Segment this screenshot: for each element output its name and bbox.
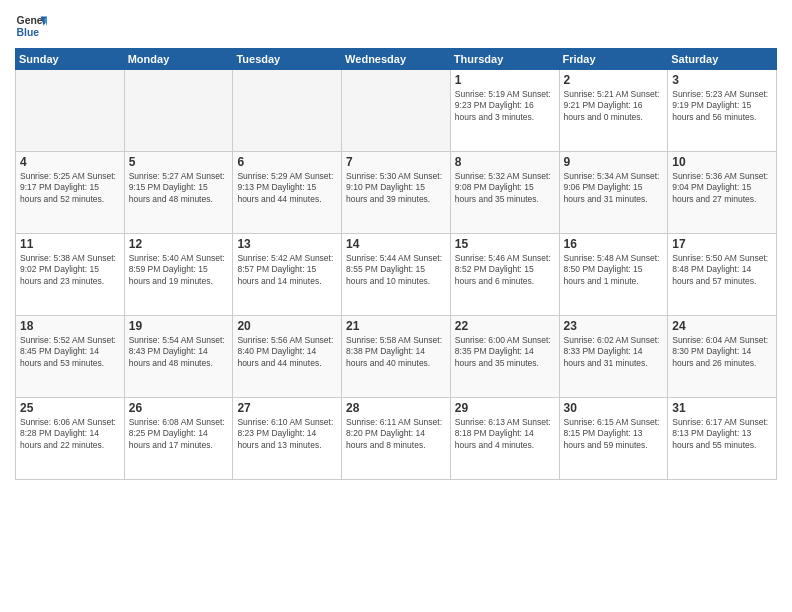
weekday-header-friday: Friday	[559, 49, 668, 70]
day-number: 21	[346, 319, 446, 333]
day-info: Sunrise: 5:54 AM Sunset: 8:43 PM Dayligh…	[129, 335, 229, 369]
calendar-cell: 21Sunrise: 5:58 AM Sunset: 8:38 PM Dayli…	[342, 316, 451, 398]
day-number: 23	[564, 319, 664, 333]
day-info: Sunrise: 5:23 AM Sunset: 9:19 PM Dayligh…	[672, 89, 772, 123]
day-info: Sunrise: 5:27 AM Sunset: 9:15 PM Dayligh…	[129, 171, 229, 205]
day-info: Sunrise: 6:13 AM Sunset: 8:18 PM Dayligh…	[455, 417, 555, 451]
day-number: 3	[672, 73, 772, 87]
day-number: 31	[672, 401, 772, 415]
page: General Blue SundayMondayTuesdayWednesda…	[0, 0, 792, 612]
day-info: Sunrise: 5:36 AM Sunset: 9:04 PM Dayligh…	[672, 171, 772, 205]
logo: General Blue	[15, 10, 47, 42]
day-info: Sunrise: 5:56 AM Sunset: 8:40 PM Dayligh…	[237, 335, 337, 369]
day-info: Sunrise: 5:46 AM Sunset: 8:52 PM Dayligh…	[455, 253, 555, 287]
calendar-cell: 6Sunrise: 5:29 AM Sunset: 9:13 PM Daylig…	[233, 152, 342, 234]
day-number: 11	[20, 237, 120, 251]
calendar-cell: 25Sunrise: 6:06 AM Sunset: 8:28 PM Dayli…	[16, 398, 125, 480]
day-info: Sunrise: 6:04 AM Sunset: 8:30 PM Dayligh…	[672, 335, 772, 369]
day-number: 2	[564, 73, 664, 87]
day-info: Sunrise: 5:52 AM Sunset: 8:45 PM Dayligh…	[20, 335, 120, 369]
day-number: 5	[129, 155, 229, 169]
day-number: 12	[129, 237, 229, 251]
day-number: 8	[455, 155, 555, 169]
calendar-cell: 17Sunrise: 5:50 AM Sunset: 8:48 PM Dayli…	[668, 234, 777, 316]
weekday-header-thursday: Thursday	[450, 49, 559, 70]
calendar-cell: 16Sunrise: 5:48 AM Sunset: 8:50 PM Dayli…	[559, 234, 668, 316]
logo-icon: General Blue	[15, 10, 47, 42]
calendar-cell	[342, 70, 451, 152]
day-number: 7	[346, 155, 446, 169]
day-info: Sunrise: 5:32 AM Sunset: 9:08 PM Dayligh…	[455, 171, 555, 205]
day-number: 30	[564, 401, 664, 415]
weekday-header-saturday: Saturday	[668, 49, 777, 70]
day-number: 25	[20, 401, 120, 415]
calendar-cell: 7Sunrise: 5:30 AM Sunset: 9:10 PM Daylig…	[342, 152, 451, 234]
day-info: Sunrise: 5:48 AM Sunset: 8:50 PM Dayligh…	[564, 253, 664, 287]
day-info: Sunrise: 6:00 AM Sunset: 8:35 PM Dayligh…	[455, 335, 555, 369]
weekday-header-tuesday: Tuesday	[233, 49, 342, 70]
calendar-cell	[16, 70, 125, 152]
day-info: Sunrise: 5:58 AM Sunset: 8:38 PM Dayligh…	[346, 335, 446, 369]
day-info: Sunrise: 6:06 AM Sunset: 8:28 PM Dayligh…	[20, 417, 120, 451]
day-info: Sunrise: 5:25 AM Sunset: 9:17 PM Dayligh…	[20, 171, 120, 205]
header: General Blue	[15, 10, 777, 42]
calendar-cell: 11Sunrise: 5:38 AM Sunset: 9:02 PM Dayli…	[16, 234, 125, 316]
calendar-cell: 20Sunrise: 5:56 AM Sunset: 8:40 PM Dayli…	[233, 316, 342, 398]
calendar-cell: 10Sunrise: 5:36 AM Sunset: 9:04 PM Dayli…	[668, 152, 777, 234]
day-number: 24	[672, 319, 772, 333]
day-info: Sunrise: 5:21 AM Sunset: 9:21 PM Dayligh…	[564, 89, 664, 123]
day-number: 15	[455, 237, 555, 251]
day-info: Sunrise: 5:30 AM Sunset: 9:10 PM Dayligh…	[346, 171, 446, 205]
calendar-cell: 23Sunrise: 6:02 AM Sunset: 8:33 PM Dayli…	[559, 316, 668, 398]
day-info: Sunrise: 6:08 AM Sunset: 8:25 PM Dayligh…	[129, 417, 229, 451]
day-number: 6	[237, 155, 337, 169]
day-number: 9	[564, 155, 664, 169]
day-number: 16	[564, 237, 664, 251]
calendar-cell: 4Sunrise: 5:25 AM Sunset: 9:17 PM Daylig…	[16, 152, 125, 234]
week-row-4: 18Sunrise: 5:52 AM Sunset: 8:45 PM Dayli…	[16, 316, 777, 398]
calendar-cell: 31Sunrise: 6:17 AM Sunset: 8:13 PM Dayli…	[668, 398, 777, 480]
week-row-5: 25Sunrise: 6:06 AM Sunset: 8:28 PM Dayli…	[16, 398, 777, 480]
day-number: 27	[237, 401, 337, 415]
calendar-cell: 3Sunrise: 5:23 AM Sunset: 9:19 PM Daylig…	[668, 70, 777, 152]
day-info: Sunrise: 5:50 AM Sunset: 8:48 PM Dayligh…	[672, 253, 772, 287]
day-info: Sunrise: 5:29 AM Sunset: 9:13 PM Dayligh…	[237, 171, 337, 205]
day-number: 17	[672, 237, 772, 251]
calendar-cell: 18Sunrise: 5:52 AM Sunset: 8:45 PM Dayli…	[16, 316, 125, 398]
day-number: 18	[20, 319, 120, 333]
weekday-header-wednesday: Wednesday	[342, 49, 451, 70]
calendar-cell: 12Sunrise: 5:40 AM Sunset: 8:59 PM Dayli…	[124, 234, 233, 316]
day-info: Sunrise: 5:38 AM Sunset: 9:02 PM Dayligh…	[20, 253, 120, 287]
week-row-1: 1Sunrise: 5:19 AM Sunset: 9:23 PM Daylig…	[16, 70, 777, 152]
svg-text:Blue: Blue	[17, 27, 40, 38]
calendar-cell: 14Sunrise: 5:44 AM Sunset: 8:55 PM Dayli…	[342, 234, 451, 316]
calendar-cell: 8Sunrise: 5:32 AM Sunset: 9:08 PM Daylig…	[450, 152, 559, 234]
week-row-2: 4Sunrise: 5:25 AM Sunset: 9:17 PM Daylig…	[16, 152, 777, 234]
calendar-cell: 5Sunrise: 5:27 AM Sunset: 9:15 PM Daylig…	[124, 152, 233, 234]
weekday-header-sunday: Sunday	[16, 49, 125, 70]
day-number: 20	[237, 319, 337, 333]
day-info: Sunrise: 5:42 AM Sunset: 8:57 PM Dayligh…	[237, 253, 337, 287]
calendar-cell: 27Sunrise: 6:10 AM Sunset: 8:23 PM Dayli…	[233, 398, 342, 480]
calendar-cell: 2Sunrise: 5:21 AM Sunset: 9:21 PM Daylig…	[559, 70, 668, 152]
calendar-cell: 26Sunrise: 6:08 AM Sunset: 8:25 PM Dayli…	[124, 398, 233, 480]
day-number: 10	[672, 155, 772, 169]
day-number: 26	[129, 401, 229, 415]
day-info: Sunrise: 6:15 AM Sunset: 8:15 PM Dayligh…	[564, 417, 664, 451]
calendar-cell: 24Sunrise: 6:04 AM Sunset: 8:30 PM Dayli…	[668, 316, 777, 398]
day-number: 13	[237, 237, 337, 251]
calendar: SundayMondayTuesdayWednesdayThursdayFrid…	[15, 48, 777, 480]
calendar-cell	[233, 70, 342, 152]
calendar-cell: 29Sunrise: 6:13 AM Sunset: 8:18 PM Dayli…	[450, 398, 559, 480]
day-info: Sunrise: 6:17 AM Sunset: 8:13 PM Dayligh…	[672, 417, 772, 451]
day-info: Sunrise: 5:40 AM Sunset: 8:59 PM Dayligh…	[129, 253, 229, 287]
calendar-cell: 19Sunrise: 5:54 AM Sunset: 8:43 PM Dayli…	[124, 316, 233, 398]
day-info: Sunrise: 6:11 AM Sunset: 8:20 PM Dayligh…	[346, 417, 446, 451]
weekday-header-row: SundayMondayTuesdayWednesdayThursdayFrid…	[16, 49, 777, 70]
day-number: 29	[455, 401, 555, 415]
calendar-cell: 9Sunrise: 5:34 AM Sunset: 9:06 PM Daylig…	[559, 152, 668, 234]
day-number: 22	[455, 319, 555, 333]
day-info: Sunrise: 6:02 AM Sunset: 8:33 PM Dayligh…	[564, 335, 664, 369]
calendar-cell: 1Sunrise: 5:19 AM Sunset: 9:23 PM Daylig…	[450, 70, 559, 152]
day-number: 1	[455, 73, 555, 87]
